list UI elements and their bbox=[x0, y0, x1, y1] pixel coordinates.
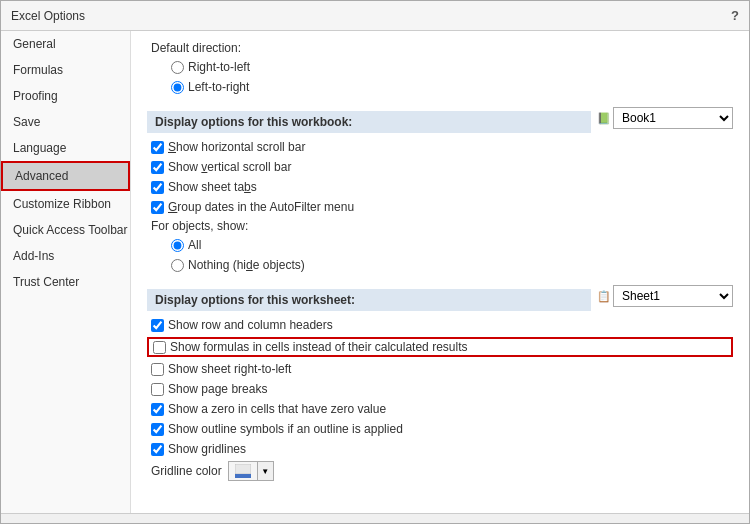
worksheet-section-header-row: Display options for this worksheet: 📋 Sh… bbox=[147, 281, 733, 317]
sheet-tabs-checkbox[interactable] bbox=[151, 181, 164, 194]
sidebar-item-addins[interactable]: Add-Ins bbox=[1, 243, 130, 269]
help-icon[interactable]: ? bbox=[731, 8, 739, 23]
group-dates-checkbox[interactable] bbox=[151, 201, 164, 214]
zero-cells-row: Show a zero in cells that have zero valu… bbox=[147, 401, 733, 417]
radio-rtl[interactable] bbox=[171, 61, 184, 74]
sheet-rtl-label: Show sheet right-to-left bbox=[168, 362, 291, 376]
show-formulas-checkbox[interactable] bbox=[153, 341, 166, 354]
group-dates-label: Group dates in the AutoFilter menu bbox=[168, 200, 354, 214]
zero-cells-checkbox[interactable] bbox=[151, 403, 164, 416]
radio-rtl-label: Right-to-left bbox=[188, 60, 250, 74]
radio-ltr-label: Left-to-right bbox=[188, 80, 249, 94]
outline-symbols-checkbox[interactable] bbox=[151, 423, 164, 436]
radio-all-row: All bbox=[167, 237, 733, 253]
workbook-icon: 📗 bbox=[597, 112, 611, 125]
page-breaks-checkbox[interactable] bbox=[151, 383, 164, 396]
worksheet-dropdown[interactable]: Sheet1 bbox=[613, 285, 733, 307]
main-content: Default direction: Right-to-left Left-to… bbox=[131, 31, 749, 513]
show-formulas-row: Show formulas in cells instead of their … bbox=[147, 337, 733, 357]
vert-scroll-label: Show vertical scroll bar bbox=[168, 160, 291, 174]
gridlines-row: Show gridlines bbox=[147, 441, 733, 457]
workbook-section-header: Display options for this workbook: bbox=[147, 111, 591, 133]
gridlines-checkbox[interactable] bbox=[151, 443, 164, 456]
sidebar: General Formulas Proofing Save Language … bbox=[1, 31, 131, 513]
sheet-rtl-checkbox[interactable] bbox=[151, 363, 164, 376]
sidebar-item-proofing[interactable]: Proofing bbox=[1, 83, 130, 109]
scroll-indicator bbox=[1, 513, 749, 523]
for-objects-label: For objects, show: bbox=[151, 219, 729, 233]
workbook-dropdown[interactable]: Book1 bbox=[613, 107, 733, 129]
dialog-body: General Formulas Proofing Save Language … bbox=[1, 31, 749, 513]
vert-scroll-checkbox[interactable] bbox=[151, 161, 164, 174]
radio-all[interactable] bbox=[171, 239, 184, 252]
sidebar-item-general[interactable]: General bbox=[1, 31, 130, 57]
horiz-scroll-checkbox[interactable] bbox=[151, 141, 164, 154]
color-swatch-icon bbox=[235, 464, 251, 478]
sidebar-item-formulas[interactable]: Formulas bbox=[1, 57, 130, 83]
title-bar: Excel Options ? bbox=[1, 1, 749, 31]
page-breaks-label: Show page breaks bbox=[168, 382, 267, 396]
svg-rect-0 bbox=[235, 464, 251, 474]
excel-options-dialog: Excel Options ? General Formulas Proofin… bbox=[0, 0, 750, 524]
worksheet-icon: 📋 bbox=[597, 290, 611, 303]
radio-nothing-label: Nothing (hide objects) bbox=[188, 258, 305, 272]
gridline-color-label: Gridline color bbox=[151, 464, 222, 478]
worksheet-section-header: Display options for this worksheet: bbox=[147, 289, 591, 311]
workbook-section-header-row: Display options for this workbook: 📗 Boo… bbox=[147, 103, 733, 139]
sidebar-item-advanced[interactable]: Advanced bbox=[1, 161, 130, 191]
radio-ltr[interactable] bbox=[171, 81, 184, 94]
gridlines-label: Show gridlines bbox=[168, 442, 246, 456]
horiz-scroll-label: Show horizontal scroll bar bbox=[168, 140, 305, 154]
show-formulas-label: Show formulas in cells instead of their … bbox=[170, 340, 467, 354]
row-col-headers-checkbox[interactable] bbox=[151, 319, 164, 332]
sheet-tabs-label: Show sheet tabs bbox=[168, 180, 257, 194]
outline-symbols-row: Show outline symbols if an outline is ap… bbox=[147, 421, 733, 437]
radio-all-label: All bbox=[188, 238, 201, 252]
group-dates-row: Group dates in the AutoFilter menu bbox=[147, 199, 733, 215]
gridline-color-box[interactable] bbox=[228, 461, 258, 481]
gridline-color-row: Gridline color ▼ bbox=[147, 461, 733, 481]
sidebar-item-trust-center[interactable]: Trust Center bbox=[1, 269, 130, 295]
sheet-rtl-row: Show sheet right-to-left bbox=[147, 361, 733, 377]
dialog-title: Excel Options bbox=[11, 9, 85, 23]
page-breaks-row: Show page breaks bbox=[147, 381, 733, 397]
row-col-headers-label: Show row and column headers bbox=[168, 318, 333, 332]
radio-rtl-row: Right-to-left bbox=[167, 59, 733, 75]
sidebar-item-customize-ribbon[interactable]: Customize Ribbon bbox=[1, 191, 130, 217]
radio-ltr-row: Left-to-right bbox=[167, 79, 733, 95]
sidebar-item-language[interactable]: Language bbox=[1, 135, 130, 161]
default-direction-label: Default direction: bbox=[147, 41, 733, 55]
sidebar-item-quick-access[interactable]: Quick Access Toolbar bbox=[1, 217, 130, 243]
outline-symbols-label: Show outline symbols if an outline is ap… bbox=[168, 422, 403, 436]
row-col-headers-row: Show row and column headers bbox=[147, 317, 733, 333]
sidebar-item-save[interactable]: Save bbox=[1, 109, 130, 135]
gridline-color-dropdown[interactable]: ▼ bbox=[258, 461, 274, 481]
svg-rect-1 bbox=[235, 474, 251, 478]
radio-nothing[interactable] bbox=[171, 259, 184, 272]
sheet-tabs-row: Show sheet tabs bbox=[147, 179, 733, 195]
vert-scroll-row: Show vertical scroll bar bbox=[147, 159, 733, 175]
zero-cells-label: Show a zero in cells that have zero valu… bbox=[168, 402, 386, 416]
horiz-scroll-row: Show horizontal scroll bar bbox=[147, 139, 733, 155]
radio-nothing-row: Nothing (hide objects) bbox=[167, 257, 733, 273]
